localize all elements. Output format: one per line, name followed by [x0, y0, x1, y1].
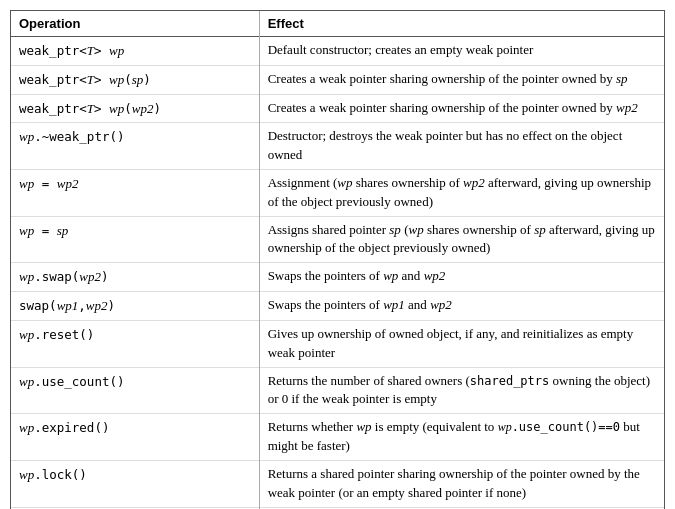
col-header-effect: Effect: [259, 11, 664, 37]
table-row: weak_ptr<T> wp(wp2)Creates a weak pointe…: [11, 94, 664, 123]
table-row: wp.~weak_ptr()Destructor; destroys the w…: [11, 123, 664, 170]
operation-cell: weak_ptr<T> wp(wp2): [11, 94, 259, 123]
effect-cell: Creates a weak pointer sharing ownership…: [259, 65, 664, 94]
effect-cell: Returns the number of shared owners (sha…: [259, 367, 664, 414]
table-row: wp = spAssigns shared pointer sp (wp sha…: [11, 216, 664, 263]
effect-cell: Swaps the pointers of wp1 and wp2: [259, 292, 664, 321]
effect-cell: Returns a shared pointer sharing ownersh…: [259, 460, 664, 507]
effect-cell: Assigns shared pointer sp (wp shares own…: [259, 216, 664, 263]
table-row: wp.use_count()Returns the number of shar…: [11, 367, 664, 414]
col-header-operation: Operation: [11, 11, 259, 37]
operation-cell: swap(wp1,wp2): [11, 292, 259, 321]
effect-cell: Assignment (wp shares ownership of wp2 a…: [259, 169, 664, 216]
effect-cell: Default constructor; creates an empty we…: [259, 37, 664, 66]
operation-cell: wp.expired(): [11, 414, 259, 461]
table-row: swap(wp1,wp2)Swaps the pointers of wp1 a…: [11, 292, 664, 321]
operation-cell: weak_ptr<T> wp: [11, 37, 259, 66]
operation-cell: weak_ptr<T> wp(sp): [11, 65, 259, 94]
table-row: wp = wp2Assignment (wp shares ownership …: [11, 169, 664, 216]
table-row: weak_ptr<T> wpDefault constructor; creat…: [11, 37, 664, 66]
table-row: wp.swap(wp2)Swaps the pointers of wp and…: [11, 263, 664, 292]
operation-cell: wp.~weak_ptr(): [11, 123, 259, 170]
table-row: weak_ptr<T> wp(sp)Creates a weak pointer…: [11, 65, 664, 94]
table-header-row: Operation Effect: [11, 11, 664, 37]
table-row: wp.reset()Gives up ownership of owned ob…: [11, 320, 664, 367]
table-row: wp.lock()Returns a shared pointer sharin…: [11, 460, 664, 507]
table-row: wp.expired()Returns whether wp is empty …: [11, 414, 664, 461]
main-table-container: Operation Effect weak_ptr<T> wpDefault c…: [10, 10, 665, 509]
effect-cell: Gives up ownership of owned object, if a…: [259, 320, 664, 367]
operation-cell: wp = wp2: [11, 169, 259, 216]
operation-cell: wp.reset(): [11, 320, 259, 367]
effect-cell: Creates a weak pointer sharing ownership…: [259, 94, 664, 123]
effect-cell: Returns whether wp is empty (equivalent …: [259, 414, 664, 461]
operation-cell: wp = sp: [11, 216, 259, 263]
operation-cell: wp.use_count(): [11, 367, 259, 414]
operation-cell: wp.swap(wp2): [11, 263, 259, 292]
operation-cell: wp.lock(): [11, 460, 259, 507]
operations-table: Operation Effect weak_ptr<T> wpDefault c…: [11, 11, 664, 509]
effect-cell: Swaps the pointers of wp and wp2: [259, 263, 664, 292]
effect-cell: Destructor; destroys the weak pointer bu…: [259, 123, 664, 170]
